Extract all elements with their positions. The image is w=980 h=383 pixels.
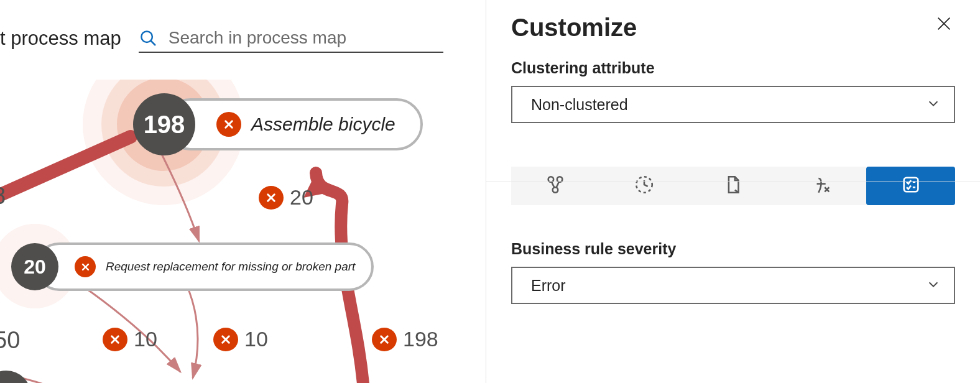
business-rule-severity-select[interactable]: Error — [511, 267, 955, 304]
activity-label: Assemble bicycle — [251, 114, 395, 135]
edge-label: 10 — [213, 327, 268, 351]
search-field[interactable] — [139, 24, 443, 53]
process-map-pane: t process map — [0, 0, 486, 383]
search-input[interactable] — [169, 28, 443, 48]
error-icon — [372, 328, 397, 351]
error-icon — [259, 186, 284, 210]
chevron-down-icon — [927, 277, 940, 295]
svg-line-1 — [150, 41, 155, 45]
process-map-topbar: t process map — [0, 0, 486, 62]
close-icon — [935, 15, 953, 35]
activity-count-badge: 20 — [11, 243, 58, 290]
hierarchy-icon — [545, 174, 566, 198]
customize-panel: Customize Clustering attribute Non-clust… — [486, 0, 980, 383]
chevron-down-icon — [927, 96, 940, 114]
activity-count-badge: 198 — [133, 93, 195, 155]
edge-value: 50 — [0, 327, 20, 354]
panel-divider — [486, 182, 980, 182]
edge-value: 8 — [0, 183, 6, 210]
edge-label: 50 — [0, 327, 20, 354]
panel-title: Customize — [511, 14, 637, 42]
svg-point-22 — [553, 187, 558, 193]
search-icon — [139, 29, 157, 47]
edge-label: 8 — [0, 183, 6, 210]
select-value: Error — [531, 277, 566, 295]
edge-value: 10 — [244, 327, 268, 351]
error-icon — [213, 328, 238, 351]
tab-formula[interactable] — [777, 167, 866, 205]
activity-node-assemble-bicycle[interactable]: 198 Assemble bicycle — [164, 98, 423, 150]
clustering-attribute-label: Clustering attribute — [511, 59, 955, 77]
edge-label: 10 — [103, 327, 157, 351]
edge-value: 10 — [134, 327, 157, 351]
formula-icon — [811, 174, 833, 198]
clock-icon — [634, 174, 655, 198]
edge-value: 20 — [290, 185, 313, 210]
checklist-icon — [900, 174, 922, 198]
tab-time[interactable] — [600, 167, 689, 205]
activity-node-request-replacement[interactable]: 20 Request replacement for missing or br… — [35, 242, 374, 291]
tab-rules[interactable] — [866, 167, 955, 205]
process-map-canvas[interactable]: 198 Assemble bicycle 20 Request replacem… — [0, 80, 486, 383]
page-title-fragment: t process map — [0, 27, 121, 50]
tab-hierarchy[interactable] — [511, 167, 600, 205]
svg-rect-26 — [904, 178, 918, 192]
edge-label: 198 — [372, 327, 438, 351]
business-rule-severity-label: Business rule severity — [511, 240, 955, 258]
activity-label: Request replacement for missing or broke… — [106, 260, 355, 274]
clustering-attribute-select[interactable]: Non-clustered — [511, 86, 955, 123]
metric-tabbar — [511, 167, 955, 205]
error-icon — [216, 112, 241, 137]
select-value: Non-clustered — [531, 96, 628, 114]
close-button[interactable] — [933, 14, 955, 36]
error-icon — [103, 328, 127, 351]
error-icon — [75, 256, 96, 277]
page-icon — [723, 174, 744, 198]
edge-label: 20 — [259, 185, 313, 210]
tab-page[interactable] — [689, 167, 778, 205]
edge-value: 198 — [403, 327, 438, 351]
